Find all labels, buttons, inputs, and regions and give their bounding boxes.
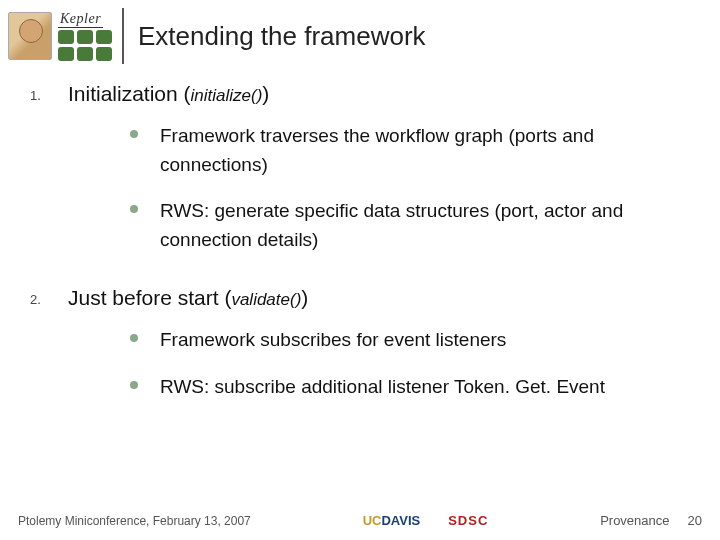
- heading-text: ): [262, 82, 269, 105]
- footer-right: Provenance 20: [600, 513, 702, 528]
- bullet-item: Framework traverses the workflow graph (…: [130, 122, 676, 179]
- list-number: 1.: [30, 82, 50, 103]
- portrait-image: [8, 12, 52, 60]
- bullet-list: Framework traverses the workflow graph (…: [30, 112, 696, 286]
- bullet-icon: [130, 130, 138, 138]
- list-number: 2.: [30, 286, 50, 307]
- bullet-text: Framework traverses the workflow graph (…: [160, 122, 676, 179]
- list-item: 2. Just before start (validate()): [30, 286, 696, 310]
- slide-header: Kepler Extending the framework: [0, 0, 720, 64]
- heading-text: Just before start (: [68, 286, 231, 309]
- bullet-item: RWS: subscribe additional listener Token…: [130, 373, 676, 402]
- bullet-item: RWS: generate specific data structures (…: [130, 197, 676, 254]
- bullet-text: RWS: generate specific data structures (…: [160, 197, 676, 254]
- footer-left-text: Ptolemy Miniconference, February 13, 200…: [18, 514, 251, 528]
- heading-code: initialize(): [191, 86, 263, 105]
- bullet-icon: [130, 381, 138, 389]
- bullet-text: RWS: subscribe additional listener Token…: [160, 373, 605, 402]
- sdsc-logo: SDSC: [448, 513, 488, 528]
- footer-logos: UCDAVIS SDSC: [251, 513, 600, 528]
- slide-footer: Ptolemy Miniconference, February 13, 200…: [0, 513, 720, 528]
- page-number: 20: [688, 513, 702, 528]
- kepler-blocks-icon: [58, 30, 112, 61]
- bullet-icon: [130, 205, 138, 213]
- footer-label: Provenance: [600, 513, 669, 528]
- slide-content: 1. Initialization (initialize()) Framewo…: [0, 64, 720, 433]
- divider: [122, 8, 124, 64]
- bullet-item: Framework subscribes for event listeners: [130, 326, 676, 355]
- heading-code: validate(): [231, 290, 301, 309]
- bullet-text: Framework subscribes for event listeners: [160, 326, 506, 355]
- heading-text: Initialization (: [68, 82, 191, 105]
- list-heading: Just before start (validate()): [68, 286, 308, 310]
- list-heading: Initialization (initialize()): [68, 82, 269, 106]
- list-item: 1. Initialization (initialize()): [30, 82, 696, 106]
- kepler-logo: Kepler: [58, 11, 112, 61]
- ucdavis-logo: UCDAVIS: [363, 513, 421, 528]
- slide-title: Extending the framework: [138, 21, 426, 52]
- heading-text: ): [301, 286, 308, 309]
- bullet-list: Framework subscribes for event listeners…: [30, 316, 696, 433]
- ucdavis-suffix: DAVIS: [381, 513, 420, 528]
- bullet-icon: [130, 334, 138, 342]
- kepler-logo-text: Kepler: [58, 11, 103, 28]
- ucdavis-prefix: UC: [363, 513, 382, 528]
